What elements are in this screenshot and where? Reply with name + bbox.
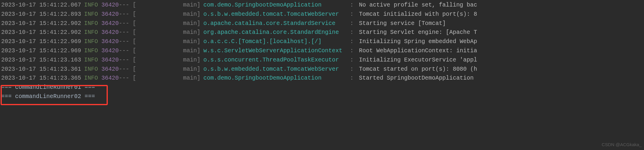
log-message: No active profile set, falling bac — [359, 1, 477, 10]
log-pid: 36420 — [98, 46, 119, 56]
log-pid: 36420 — [98, 28, 119, 37]
log-separator: --- [ — [119, 19, 150, 28]
log-level: INFO — [81, 46, 98, 56]
log-colon: : — [350, 74, 359, 83]
log-level: INFO — [81, 65, 98, 74]
log-thread: main] — [150, 46, 200, 56]
log-colon: : — [350, 28, 359, 37]
log-message: Tomcat started on port(s): 8080 (h — [359, 65, 477, 74]
log-colon: : — [350, 10, 359, 19]
watermark: CSDN @ACGkaka_ — [602, 141, 642, 148]
log-thread: main] — [150, 1, 200, 10]
log-thread: main] — [150, 28, 200, 37]
log-level: INFO — [81, 19, 98, 28]
log-separator: --- [ — [119, 37, 150, 46]
log-colon: : — [350, 19, 359, 28]
log-level: INFO — [81, 37, 98, 46]
log-timestamp: 2023-10-17 15:41:23.365 — [1, 74, 81, 83]
plain-output: === commandLineRunner01 ====== commandLi… — [0, 83, 644, 101]
log-thread: main] — [150, 19, 200, 28]
log-line: 2023-10-17 15:41:22.902INFO36420 --- [ma… — [0, 28, 644, 37]
log-level: INFO — [81, 74, 98, 83]
log-logger: o.s.b.w.embedded.tomcat.TomcatWebServer — [200, 65, 350, 74]
log-timestamp: 2023-10-17 15:41:23.163 — [1, 56, 81, 65]
log-line: 2023-10-17 15:41:22.969INFO36420 --- [ma… — [0, 46, 644, 56]
log-colon: : — [350, 37, 359, 46]
log-level: INFO — [81, 28, 98, 37]
log-colon: : — [350, 65, 359, 74]
log-timestamp: 2023-10-17 15:41:22.969 — [1, 37, 81, 46]
log-timestamp: 2023-10-17 15:41:22.893 — [1, 10, 81, 19]
log-line: 2023-10-17 15:41:23.361INFO36420 --- [ma… — [0, 65, 644, 74]
log-line: 2023-10-17 15:41:22.902INFO36420 --- [ma… — [0, 19, 644, 28]
log-pid: 36420 — [98, 74, 119, 83]
log-message: Initializing Spring embedded WebAp — [359, 37, 477, 46]
log-separator: --- [ — [119, 46, 150, 56]
log-level: INFO — [81, 1, 98, 10]
log-colon: : — [350, 1, 359, 10]
log-message: Started SpringbootDemoApplication — [359, 74, 474, 83]
log-logger: org.apache.catalina.core.StandardEngine — [200, 28, 350, 37]
log-separator: --- [ — [119, 10, 150, 19]
log-pid: 36420 — [98, 37, 119, 46]
log-timestamp: 2023-10-17 15:41:23.361 — [1, 65, 81, 74]
log-separator: --- [ — [119, 1, 150, 10]
log-message: Root WebApplicationContext: initia — [359, 46, 477, 56]
log-message: Tomcat initialized with port(s): 8 — [359, 10, 477, 19]
log-logger: w.s.c.ServletWebServerApplicationContext — [200, 46, 350, 56]
log-level: INFO — [81, 10, 98, 19]
log-output: 2023-10-17 15:41:22.067INFO36420 --- [ma… — [0, 1, 644, 83]
stdout-line: === commandLineRunner01 === — [0, 83, 644, 92]
log-separator: --- [ — [119, 65, 150, 74]
log-timestamp: 2023-10-17 15:41:22.902 — [1, 28, 81, 37]
log-timestamp: 2023-10-17 15:41:22.902 — [1, 19, 81, 28]
log-thread: main] — [150, 10, 200, 19]
log-line: 2023-10-17 15:41:22.893INFO36420 --- [ma… — [0, 10, 644, 19]
log-logger: o.s.s.concurrent.ThreadPoolTaskExecutor — [200, 56, 350, 65]
log-line: 2023-10-17 15:41:22.067INFO36420 --- [ma… — [0, 1, 644, 10]
log-level: INFO — [81, 56, 98, 65]
log-logger: o.s.b.w.embedded.tomcat.TomcatWebServer — [200, 10, 350, 19]
log-line: 2023-10-17 15:41:23.163INFO36420 --- [ma… — [0, 56, 644, 65]
stdout-line: === commandLineRunner02 === — [0, 92, 644, 101]
log-colon: : — [350, 46, 359, 56]
log-line: 2023-10-17 15:41:22.969INFO36420 --- [ma… — [0, 37, 644, 46]
log-logger: o.apache.catalina.core.StandardService — [200, 19, 350, 28]
log-separator: --- [ — [119, 28, 150, 37]
log-timestamp: 2023-10-17 15:41:22.067 — [1, 1, 81, 10]
log-separator: --- [ — [119, 56, 150, 65]
log-logger: com.demo.SpringbootDemoApplication — [200, 74, 350, 83]
log-logger: o.a.c.c.C.[Tomcat].[localhost].[/] — [200, 37, 350, 46]
log-message: Starting service [Tomcat] — [359, 19, 446, 28]
log-pid: 36420 — [98, 65, 119, 74]
log-pid: 36420 — [98, 10, 119, 19]
log-timestamp: 2023-10-17 15:41:22.969 — [1, 46, 81, 56]
log-thread: main] — [150, 37, 200, 46]
log-colon: : — [350, 56, 359, 65]
log-message: Initializing ExecutorService 'appl — [359, 56, 477, 65]
log-thread: main] — [150, 65, 200, 74]
log-line: 2023-10-17 15:41:23.365INFO36420 --- [ma… — [0, 74, 644, 83]
log-separator: --- [ — [119, 74, 150, 83]
log-pid: 36420 — [98, 19, 119, 28]
log-logger: com.demo.SpringbootDemoApplication — [200, 1, 350, 10]
log-pid: 36420 — [98, 56, 119, 65]
log-thread: main] — [150, 74, 200, 83]
log-message: Starting Servlet engine: [Apache T — [359, 28, 477, 37]
log-pid: 36420 — [98, 1, 119, 10]
log-thread: main] — [150, 56, 200, 65]
